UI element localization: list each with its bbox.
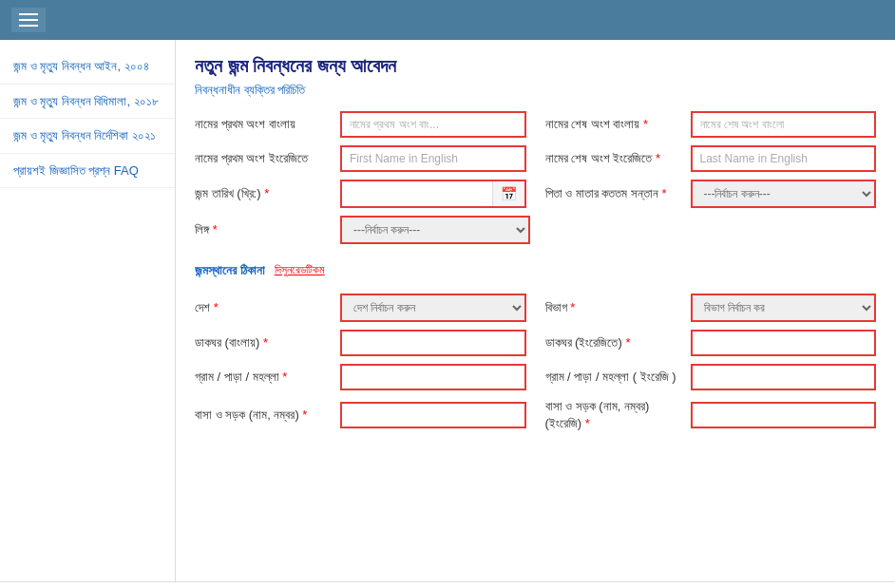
village-en-label: গ্রাম / পাড়া / মহল্লা ( ইংরেজি ) [545,369,683,386]
road-en-input[interactable] [691,402,877,428]
post-office-bn-label: ডাকঘর (বাংলায়) * [195,334,333,351]
first-name-en-input[interactable] [340,145,526,172]
village-bn-input[interactable] [340,364,526,390]
country-select[interactable]: দেশ নির্বাচন করুন [340,294,526,322]
post-office-bn-input[interactable] [340,330,526,356]
division-select[interactable]: বিভাগ নির্বাচন কর [691,294,877,322]
sidebar-item-rules[interactable]: জন্ম ও মৃত্যু নিবন্ধন বিধিমালা, ২০১৮ [0,85,175,120]
gender-label: লিঙ্গ * [195,221,333,238]
road-bn-input[interactable] [340,402,526,428]
dob-wrapper: 📅 [340,180,526,208]
section-subtitle: নিবন্ধনাধীন ব্যক্তির পরিচিতি [195,83,876,98]
child-number-select[interactable]: ---নির্বাচন করুন--- [691,180,877,208]
road-bn-label: বাসা ও সড়ক (নাম, নম্বর) * [195,407,333,424]
sidebar-item-guide[interactable]: জন্ম ও মৃত্যু নিবন্ধন নির্দেশিকা ২০২১ [0,119,175,154]
calendar-icon[interactable]: 📅 [492,181,524,206]
menu-button[interactable] [11,8,46,32]
division-label: বিভাগ * [545,299,683,316]
child-number-label: পিতা ও মাতার কততম সন্তান * [545,185,683,202]
village-bn-label: গ্রাম / পাড়া / মহল্লা * [195,369,333,386]
gender-select[interactable]: ---নির্বাচন করুন--- [340,216,530,244]
address-link[interactable]: দিসুনরেডটিকম [275,263,325,276]
last-name-en-input[interactable] [691,145,877,172]
last-name-bn-label: নামের শেষ অংশ বাংলায় * [545,116,683,133]
post-office-en-input[interactable] [691,330,877,356]
dob-label: জন্ম তারিখ (খ্রি:) * [195,185,333,202]
first-name-bn-label: নামের প্রথম অংশ বাংলায় [195,116,333,133]
bottom-bar: পূর্ববর্তী বক্সগুলো পূরণ করে পরবর্তীতে চ… [0,581,895,588]
sidebar-item-faq[interactable]: প্রায়শই জিজ্ঞাসিত প্রশ্ন FAQ [0,154,175,189]
first-name-en-label: নামের প্রথম অংশ ইংরেজিতে [195,150,333,167]
last-name-en-label: নামের শেষ অংশ ইংরেজিতে * [545,150,683,167]
sidebar-item-law[interactable]: জন্ম ও মৃত্যু নিবন্ধন আইন, ২০০৪ [0,49,175,85]
first-name-bn-input[interactable] [340,111,526,138]
road-en-label: বাসা ও সড়ক (নাম, নম্বর) (ইংরেজি) * [545,398,683,432]
country-label: দেশ * [195,299,333,316]
last-name-bn-input[interactable] [691,111,877,138]
sidebar: জন্ম ও মৃত্যু নিবন্ধন আইন, ২০০৪ জন্ম ও ম… [0,40,176,581]
form-content: নতুন জন্ম নিবন্ধনের জন্য আবেদন নিবন্ধনাধ… [176,40,895,581]
post-office-en-label: ডাকঘর (ইংরেজিতে) * [545,334,683,351]
address-section-title: জন্মস্থানের ঠিকানা [195,263,265,278]
page-title: নতুন জন্ম নিবন্ধনের জন্য আবেদন [195,55,876,77]
dob-input[interactable] [342,182,492,205]
village-en-input[interactable] [691,364,877,390]
